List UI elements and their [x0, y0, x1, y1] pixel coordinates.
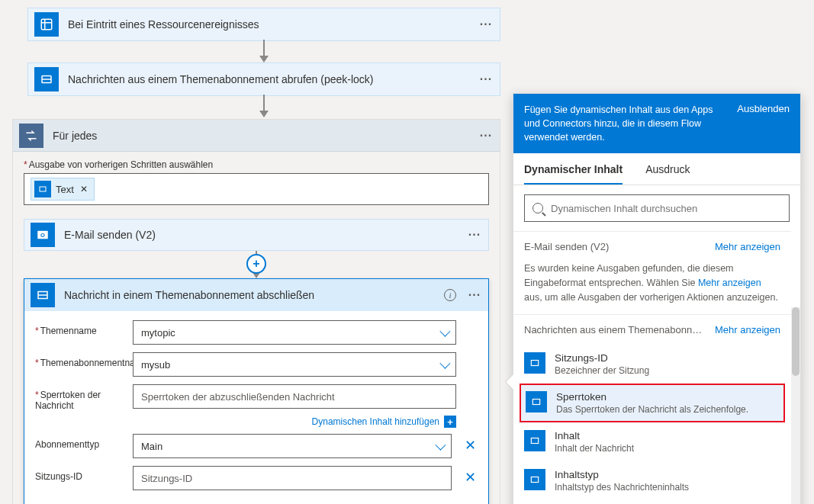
option-inhalt[interactable]: InhaltInhalt der Nachricht: [513, 422, 791, 461]
servicebus-icon: [524, 352, 545, 374]
chevron-down-icon: [439, 358, 450, 369]
chevron-down-icon: [435, 440, 446, 451]
subname-select[interactable]: mysub: [133, 352, 456, 377]
svg-rect-3: [40, 187, 46, 191]
option-inhaltstyp[interactable]: InhaltstypInhaltstyp des Nachrichteninha…: [513, 461, 791, 500]
arrow: [255, 95, 273, 117]
foreach-select-label: *Ausgabe von vorherigen Schritten auswäh…: [24, 159, 489, 170]
eventgrid-icon: [34, 12, 59, 37]
remove-field-button[interactable]: ✕: [462, 437, 478, 454]
chip-remove[interactable]: ✕: [79, 184, 88, 194]
getmessages-card[interactable]: Nachrichten aus einem Themenabonnement a…: [27, 63, 500, 96]
search-icon: [532, 203, 543, 213]
tabs: Dynamischer Inhalt Ausdruck: [513, 153, 800, 185]
subtype-label: Abonnementtyp: [35, 434, 127, 450]
email-card[interactable]: O E-Mail senden (V2) ···: [24, 219, 489, 251]
getmessages-menu[interactable]: ···: [472, 72, 500, 86]
designer-canvas: Bei Eintritt eines Ressourcenereignisses…: [0, 0, 814, 504]
plus-icon: +: [444, 416, 456, 428]
complete-menu[interactable]: ···: [461, 288, 488, 302]
section-email: E-Mail senden (V2) Mehr anzeigen: [513, 231, 791, 262]
option-sitzungs-id[interactable]: Sitzungs-IDBezeichner der Sitzung: [513, 345, 791, 384]
foreach-icon: [19, 124, 43, 148]
svg-rect-9: [532, 399, 539, 404]
show-more-link[interactable]: Mehr anzeigen: [715, 241, 780, 252]
remove-field-button[interactable]: ✕: [462, 469, 478, 486]
search-input[interactable]: [551, 203, 781, 214]
show-more-inline-link[interactable]: Mehr anzeigen: [698, 278, 761, 288]
sessionid-input[interactable]: Sitzungs-ID: [133, 466, 452, 490]
tab-expression[interactable]: Ausdruck: [645, 153, 690, 185]
getmessages-title: Nachrichten aus einem Themenabonnement a…: [65, 73, 472, 85]
subtype-select[interactable]: Main: [133, 434, 452, 458]
servicebus-icon: [31, 283, 55, 307]
svg-rect-0: [41, 19, 52, 30]
foreach-header[interactable]: Für jedes ···: [13, 120, 500, 152]
servicebus-icon: [526, 391, 547, 413]
locktoken-label: *Sperrtoken der Nachricht: [35, 384, 127, 411]
option-sperrtoken[interactable]: SperrtokenDas Sperrtoken der Nachricht a…: [520, 384, 785, 422]
token-chip-text[interactable]: Text ✕: [31, 178, 95, 201]
locktoken-input[interactable]: Sperrtoken der abzuschließenden Nachrich…: [133, 384, 456, 409]
foreach-card: Für jedes ··· *Ausgabe von vorherigen Sc…: [12, 119, 500, 504]
arrow: [255, 40, 273, 63]
subname-label: *Themenabonnementname: [35, 352, 127, 368]
trigger-card[interactable]: Bei Eintritt eines Ressourcenereignisses…: [27, 8, 500, 41]
topicname-select[interactable]: mytopic: [133, 320, 456, 345]
topicname-label: *Themenname: [35, 320, 127, 336]
sessionid-label: Sitzungs-ID: [35, 466, 127, 482]
svg-rect-10: [531, 438, 538, 443]
scrollbar-thumb[interactable]: [792, 307, 800, 376]
option-nachrichten-id[interactable]: Nachrichten-IDDies ist ein benutzerdefin…: [513, 500, 791, 504]
tab-dynamic-content[interactable]: Dynamischer Inhalt: [524, 153, 623, 185]
panel-caret: [506, 374, 513, 390]
foreach-select-input[interactable]: Text ✕: [24, 173, 489, 205]
servicebus-icon: [524, 469, 545, 490]
panel-header: Fügen Sie dynamischen Inhalt aus den App…: [513, 94, 800, 153]
outlook-icon: O: [31, 223, 55, 247]
email-menu[interactable]: ···: [461, 228, 488, 242]
panel-hide-button[interactable]: Ausblenden: [737, 103, 790, 144]
trigger-menu[interactable]: ···: [472, 18, 500, 31]
section-email-message: Es wurden keine Ausgaben gefunden, die d…: [513, 262, 791, 313]
chevron-down-icon: [439, 326, 450, 337]
foreach-title: Für jedes: [50, 130, 472, 142]
svg-rect-11: [531, 477, 538, 482]
dynamic-content-search[interactable]: [524, 194, 790, 222]
dynamic-content-panel: Fügen Sie dynamischen Inhalt aus den App…: [513, 93, 801, 504]
servicebus-icon: [34, 181, 51, 197]
info-icon[interactable]: i: [444, 289, 456, 301]
trigger-title: Bei Eintritt eines Ressourcenereignisses: [65, 18, 472, 30]
complete-header[interactable]: Nachricht in einem Themenabonnement absc…: [24, 279, 488, 311]
add-step-button[interactable]: +: [246, 254, 266, 274]
complete-title: Nachricht in einem Themenabonnement absc…: [61, 289, 444, 301]
svg-rect-8: [531, 360, 538, 365]
foreach-menu[interactable]: ···: [472, 129, 500, 143]
servicebus-icon: [34, 67, 59, 91]
complete-message-card: Nachricht in einem Themenabonnement absc…: [24, 278, 489, 504]
show-more-link[interactable]: Mehr anzeigen: [715, 324, 780, 335]
svg-text:O: O: [40, 232, 45, 239]
servicebus-icon: [524, 430, 545, 451]
add-dynamic-content-link[interactable]: Dynamischen Inhalt hinzufügen +: [35, 416, 456, 428]
email-title: E-Mail senden (V2): [61, 229, 461, 241]
section-topic: Nachrichten aus einem Themenabonn… Mehr …: [513, 314, 791, 345]
